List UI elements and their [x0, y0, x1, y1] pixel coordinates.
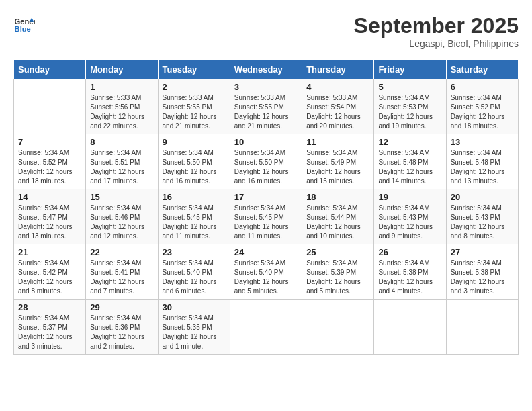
- calendar-cell: 17Sunrise: 5:34 AM Sunset: 5:45 PM Dayli…: [230, 189, 302, 244]
- day-info: Sunrise: 5:34 AM Sunset: 5:36 PM Dayligh…: [90, 314, 153, 351]
- calendar-cell: 21Sunrise: 5:34 AM Sunset: 5:42 PM Dayli…: [14, 244, 86, 300]
- calendar-cell: 8Sunrise: 5:34 AM Sunset: 5:51 PM Daylig…: [86, 134, 158, 189]
- day-info: Sunrise: 5:34 AM Sunset: 5:43 PM Dayligh…: [378, 203, 441, 241]
- logo: General Blue: [13, 13, 35, 35]
- day-info: Sunrise: 5:34 AM Sunset: 5:46 PM Dayligh…: [90, 203, 153, 241]
- day-info: Sunrise: 5:34 AM Sunset: 5:48 PM Dayligh…: [451, 148, 514, 186]
- day-info: Sunrise: 5:34 AM Sunset: 5:39 PM Dayligh…: [306, 259, 369, 296]
- day-number: 1: [90, 82, 153, 92]
- day-info: Sunrise: 5:34 AM Sunset: 5:52 PM Dayligh…: [451, 93, 514, 131]
- calendar-cell: 24Sunrise: 5:34 AM Sunset: 5:40 PM Dayli…: [230, 244, 302, 300]
- calendar-cell: 23Sunrise: 5:34 AM Sunset: 5:40 PM Dayli…: [158, 244, 230, 300]
- calendar-cell: [230, 300, 302, 355]
- calendar-week-row: 1Sunrise: 5:33 AM Sunset: 5:56 PM Daylig…: [14, 79, 519, 134]
- day-number: 6: [451, 82, 514, 92]
- day-info: Sunrise: 5:33 AM Sunset: 5:56 PM Dayligh…: [90, 93, 153, 131]
- day-number: 16: [163, 192, 226, 202]
- day-info: Sunrise: 5:34 AM Sunset: 5:40 PM Dayligh…: [234, 259, 298, 296]
- day-number: 10: [234, 137, 298, 147]
- calendar-cell: 18Sunrise: 5:34 AM Sunset: 5:44 PM Dayli…: [302, 189, 374, 244]
- day-number: 15: [90, 192, 153, 202]
- day-number: 13: [451, 137, 514, 147]
- day-info: Sunrise: 5:34 AM Sunset: 5:45 PM Dayligh…: [234, 203, 298, 241]
- day-info: Sunrise: 5:34 AM Sunset: 5:50 PM Dayligh…: [234, 148, 298, 186]
- calendar-cell: 19Sunrise: 5:34 AM Sunset: 5:43 PM Dayli…: [374, 189, 446, 244]
- logo-icon: General Blue: [13, 13, 35, 35]
- weekday-header-row: SundayMondayTuesdayWednesdayThursdayFrid…: [14, 60, 519, 79]
- day-number: 22: [90, 247, 153, 257]
- day-number: 19: [378, 192, 441, 202]
- day-number: 4: [306, 82, 369, 92]
- calendar-cell: 10Sunrise: 5:34 AM Sunset: 5:50 PM Dayli…: [230, 134, 302, 189]
- day-info: Sunrise: 5:34 AM Sunset: 5:53 PM Dayligh…: [378, 93, 441, 131]
- calendar-table: SundayMondayTuesdayWednesdayThursdayFrid…: [13, 60, 519, 355]
- day-info: Sunrise: 5:34 AM Sunset: 5:49 PM Dayligh…: [306, 148, 369, 186]
- weekday-header-saturday: Saturday: [446, 60, 518, 79]
- weekday-header-thursday: Thursday: [302, 60, 374, 79]
- day-number: 25: [306, 247, 369, 257]
- day-number: 23: [163, 247, 226, 257]
- day-number: 11: [306, 137, 369, 147]
- calendar-cell: 2Sunrise: 5:33 AM Sunset: 5:55 PM Daylig…: [158, 79, 230, 134]
- calendar-cell: [446, 300, 518, 355]
- day-info: Sunrise: 5:34 AM Sunset: 5:38 PM Dayligh…: [378, 259, 441, 296]
- day-number: 8: [90, 137, 153, 147]
- day-info: Sunrise: 5:34 AM Sunset: 5:40 PM Dayligh…: [163, 259, 226, 296]
- weekday-header-sunday: Sunday: [14, 60, 86, 79]
- calendar-cell: 20Sunrise: 5:34 AM Sunset: 5:43 PM Dayli…: [446, 189, 518, 244]
- calendar-cell: 16Sunrise: 5:34 AM Sunset: 5:45 PM Dayli…: [158, 189, 230, 244]
- day-number: 14: [18, 192, 81, 202]
- day-info: Sunrise: 5:33 AM Sunset: 5:55 PM Dayligh…: [234, 93, 298, 131]
- calendar-cell: 1Sunrise: 5:33 AM Sunset: 5:56 PM Daylig…: [86, 79, 158, 134]
- day-info: Sunrise: 5:33 AM Sunset: 5:54 PM Dayligh…: [306, 93, 369, 131]
- day-info: Sunrise: 5:34 AM Sunset: 5:37 PM Dayligh…: [18, 314, 81, 351]
- day-info: Sunrise: 5:34 AM Sunset: 5:44 PM Dayligh…: [306, 203, 369, 241]
- calendar-cell: 30Sunrise: 5:34 AM Sunset: 5:35 PM Dayli…: [158, 300, 230, 355]
- weekday-header-monday: Monday: [86, 60, 158, 79]
- calendar-cell: 22Sunrise: 5:34 AM Sunset: 5:41 PM Dayli…: [86, 244, 158, 300]
- calendar-cell: [14, 79, 86, 134]
- day-number: 9: [163, 137, 226, 147]
- day-number: 12: [378, 137, 441, 147]
- calendar-cell: 12Sunrise: 5:34 AM Sunset: 5:48 PM Dayli…: [374, 134, 446, 189]
- calendar-cell: 15Sunrise: 5:34 AM Sunset: 5:46 PM Dayli…: [86, 189, 158, 244]
- calendar-cell: 13Sunrise: 5:34 AM Sunset: 5:48 PM Dayli…: [446, 134, 518, 189]
- calendar-cell: 26Sunrise: 5:34 AM Sunset: 5:38 PM Dayli…: [374, 244, 446, 300]
- day-number: 5: [378, 82, 441, 92]
- calendar-cell: 6Sunrise: 5:34 AM Sunset: 5:52 PM Daylig…: [446, 79, 518, 134]
- page-header: General Blue September 2025 Legaspi, Bic…: [13, 13, 519, 49]
- calendar-cell: 25Sunrise: 5:34 AM Sunset: 5:39 PM Dayli…: [302, 244, 374, 300]
- calendar-cell: 3Sunrise: 5:33 AM Sunset: 5:55 PM Daylig…: [230, 79, 302, 134]
- day-number: 29: [90, 302, 153, 312]
- calendar-cell: 14Sunrise: 5:34 AM Sunset: 5:47 PM Dayli…: [14, 189, 86, 244]
- day-number: 3: [234, 82, 298, 92]
- day-number: 30: [163, 302, 226, 312]
- month-title: September 2025: [354, 13, 519, 38]
- day-info: Sunrise: 5:34 AM Sunset: 5:35 PM Dayligh…: [163, 314, 226, 351]
- day-info: Sunrise: 5:34 AM Sunset: 5:45 PM Dayligh…: [163, 203, 226, 241]
- day-number: 7: [18, 137, 81, 147]
- day-info: Sunrise: 5:34 AM Sunset: 5:43 PM Dayligh…: [451, 203, 514, 241]
- weekday-header-friday: Friday: [374, 60, 446, 79]
- weekday-header-wednesday: Wednesday: [230, 60, 302, 79]
- calendar-cell: 9Sunrise: 5:34 AM Sunset: 5:50 PM Daylig…: [158, 134, 230, 189]
- day-info: Sunrise: 5:34 AM Sunset: 5:47 PM Dayligh…: [18, 203, 81, 241]
- calendar-cell: 27Sunrise: 5:34 AM Sunset: 5:38 PM Dayli…: [446, 244, 518, 300]
- calendar-week-row: 14Sunrise: 5:34 AM Sunset: 5:47 PM Dayli…: [14, 189, 519, 244]
- day-number: 21: [18, 247, 81, 257]
- location: Legaspi, Bicol, Philippines: [354, 38, 519, 49]
- day-info: Sunrise: 5:34 AM Sunset: 5:50 PM Dayligh…: [163, 148, 226, 186]
- calendar-cell: 29Sunrise: 5:34 AM Sunset: 5:36 PM Dayli…: [86, 300, 158, 355]
- calendar-cell: 5Sunrise: 5:34 AM Sunset: 5:53 PM Daylig…: [374, 79, 446, 134]
- day-number: 24: [234, 247, 298, 257]
- day-info: Sunrise: 5:33 AM Sunset: 5:55 PM Dayligh…: [163, 93, 226, 131]
- day-number: 17: [234, 192, 298, 202]
- day-info: Sunrise: 5:34 AM Sunset: 5:38 PM Dayligh…: [451, 259, 514, 296]
- day-info: Sunrise: 5:34 AM Sunset: 5:42 PM Dayligh…: [18, 259, 81, 296]
- calendar-week-row: 7Sunrise: 5:34 AM Sunset: 5:52 PM Daylig…: [14, 134, 519, 189]
- day-number: 28: [18, 302, 81, 312]
- svg-text:Blue: Blue: [15, 25, 31, 33]
- calendar-week-row: 21Sunrise: 5:34 AM Sunset: 5:42 PM Dayli…: [14, 244, 519, 300]
- calendar-cell: [302, 300, 374, 355]
- day-info: Sunrise: 5:34 AM Sunset: 5:48 PM Dayligh…: [378, 148, 441, 186]
